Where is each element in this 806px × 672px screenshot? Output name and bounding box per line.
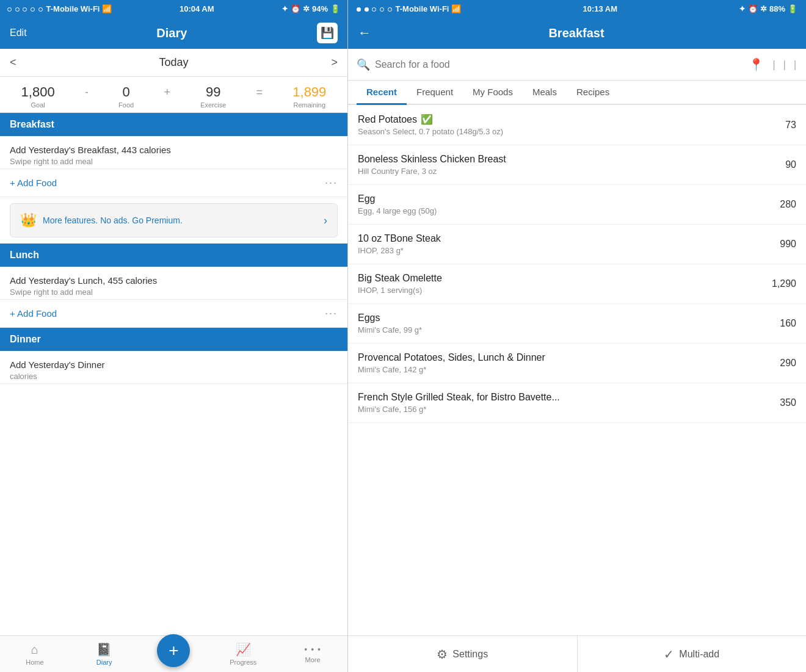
left-header: Edit Diary 💾 — [0, 17, 347, 49]
next-day-button[interactable]: > — [331, 56, 338, 69]
home-icon: ⌂ — [31, 643, 38, 657]
tab-myfoods[interactable]: My Foods — [463, 81, 523, 105]
current-date: Today — [159, 56, 188, 69]
search-bar: 🔍 📍 | | | — [348, 49, 806, 81]
settings-icon: ⚙ — [437, 647, 448, 662]
left-panel: T-Mobile Wi-Fi 📶 10:04 AM ✦ ⏰ ✲ 94% 🔋 Ed… — [0, 0, 348, 672]
food-info-6: Provencal Potatoes, Sides, Lunch & Dinne… — [358, 352, 769, 374]
lunch-add-food-button[interactable]: + Add Food — [10, 308, 57, 319]
breakfast-suggestion-title: Add Yesterday's Breakfast, 443 calories — [10, 145, 338, 155]
left-alarm-icon: ⏰ — [291, 4, 300, 13]
cal-remaining: 1,899 Remaining — [292, 84, 326, 109]
edit-button[interactable]: Edit — [10, 27, 27, 38]
left-bluetooth-icon: ✲ — [303, 4, 310, 13]
food-info-1: Boneless Skinless Chicken BreastHill Cou… — [358, 154, 769, 176]
date-navigation: < Today > — [0, 49, 347, 77]
food-cal-2: 280 — [769, 199, 796, 210]
search-input[interactable] — [375, 59, 744, 70]
crown-icon: 👑 — [20, 212, 37, 228]
food-item-4[interactable]: Big Steak OmeletteIHOP, 1 serving(s)1,29… — [348, 264, 806, 304]
settings-label: Settings — [452, 649, 488, 660]
lunch-more-button[interactable]: ··· — [325, 307, 338, 320]
food-item-6[interactable]: Provencal Potatoes, Sides, Lunch & Dinne… — [348, 344, 806, 383]
tab-progress[interactable]: 📈 Progress — [208, 636, 278, 672]
food-detail-2: Egg, 4 large egg (50g) — [358, 206, 769, 215]
food-value: 0 — [123, 84, 130, 100]
tab-progress-label: Progress — [230, 659, 256, 666]
left-battery-icon: 🔋 — [330, 4, 340, 13]
multiadd-button[interactable]: ✓Multi-add — [578, 636, 807, 672]
dinner-suggestion-title: Add Yesterday's Dinner — [10, 359, 338, 370]
right-status-bar: T-Mobile Wi-Fi 📶 10:13 AM ✦ ⏰ ✲ 88% 🔋 — [348, 0, 806, 17]
tab-diary-label: Diary — [96, 659, 112, 666]
tab-more-label: More — [305, 656, 321, 663]
right-location-icon: ✦ — [739, 4, 746, 13]
left-time: 10:04 AM — [180, 4, 214, 13]
food-item-7[interactable]: French Style Grilled Steak, for Bistro B… — [348, 383, 806, 423]
food-detail-4: IHOP, 1 serving(s) — [358, 286, 769, 295]
right-battery-pct: 88% — [769, 4, 785, 13]
right-carrier: T-Mobile Wi-Fi — [396, 4, 449, 13]
left-wifi-icon: 📶 — [102, 4, 112, 13]
multiadd-label: Multi-add — [679, 649, 719, 660]
progress-icon: 📈 — [236, 642, 251, 657]
food-item-0[interactable]: Red Potatoes✅Season's Select, 0.7 potato… — [348, 105, 806, 145]
food-detail-7: Mimi's Cafe, 156 g* — [358, 405, 769, 414]
food-item-1[interactable]: Boneless Skinless Chicken BreastHill Cou… — [348, 145, 806, 185]
food-list: Red Potatoes✅Season's Select, 0.7 potato… — [348, 105, 806, 635]
breakfast-add-food-row: + Add Food ··· — [0, 169, 347, 197]
remaining-value: 1,899 — [292, 84, 326, 100]
barcode-scan-icon[interactable]: | | | — [771, 59, 797, 70]
premium-left: 👑 More features. No ads. Go Premium. — [20, 212, 183, 228]
tab-diary[interactable]: 📓 Diary — [70, 636, 139, 672]
left-carrier: T-Mobile Wi-Fi — [46, 4, 100, 13]
food-cal-4: 1,290 — [769, 278, 796, 289]
food-item-2[interactable]: EggEgg, 4 large egg (50g)280 — [348, 185, 806, 225]
search-icon: 🔍 — [357, 58, 370, 71]
lunch-suggestion-title: Add Yesterday's Lunch, 455 calories — [10, 275, 338, 286]
food-cal-1: 90 — [769, 159, 796, 170]
left-battery-pct: 94% — [312, 4, 328, 13]
food-cal-7: 350 — [769, 397, 796, 408]
food-name-5: Eggs — [358, 313, 769, 323]
back-button[interactable]: ← — [358, 25, 371, 41]
right-status-right: ✦ ⏰ ✲ 88% 🔋 — [739, 4, 797, 13]
breakfast-suggestion: Add Yesterday's Breakfast, 443 calories … — [0, 136, 347, 169]
tab-add[interactable]: + — [139, 636, 209, 672]
food-item-3[interactable]: 10 oz TBone SteakIHOP, 283 g*990 — [348, 225, 806, 264]
save-diary-button[interactable]: 💾 — [317, 23, 338, 43]
tab-frequent[interactable]: Frequent — [407, 81, 463, 105]
right-header: ← Breakfast — [348, 17, 806, 49]
lunch-header: Lunch — [0, 244, 347, 267]
food-detail-5: Mimi's Cafe, 99 g* — [358, 325, 769, 334]
tab-home[interactable]: ⌂ Home — [0, 636, 70, 672]
dinner-header: Dinner — [0, 328, 347, 351]
fab-add-button[interactable]: + — [157, 634, 190, 667]
tab-recent[interactable]: Recent — [357, 81, 407, 105]
tab-more[interactable]: • • • More — [278, 636, 347, 672]
tab-meals[interactable]: Meals — [523, 81, 567, 105]
premium-arrow-icon: › — [324, 214, 327, 227]
food-cal-5: 160 — [769, 318, 796, 329]
food-info-5: EggsMimi's Cafe, 99 g* — [358, 313, 769, 334]
save-icon: 💾 — [321, 26, 334, 40]
left-status-right: ✦ ⏰ ✲ 94% 🔋 — [281, 4, 340, 13]
breakfast-add-food-button[interactable]: + Add Food — [10, 178, 57, 188]
food-tabs-row: RecentFrequentMy FoodsMealsRecipes — [348, 81, 806, 105]
food-label: Food — [118, 101, 134, 109]
breakfast-more-button[interactable]: ··· — [325, 176, 338, 189]
cal-exercise: 99 Exercise — [200, 84, 226, 109]
food-detail-0: Season's Select, 0.7 potato (148g/5.3 oz… — [358, 127, 769, 136]
search-right-icons: 📍 | | | — [749, 57, 797, 72]
verified-icon-0: ✅ — [421, 114, 433, 125]
premium-banner[interactable]: 👑 More features. No ads. Go Premium. › — [10, 203, 338, 237]
remaining-label: Remaining — [294, 101, 326, 109]
prev-day-button[interactable]: < — [10, 56, 16, 69]
exercise-value: 99 — [206, 84, 220, 100]
food-item-5[interactable]: EggsMimi's Cafe, 99 g*160 — [348, 304, 806, 344]
right-panel: T-Mobile Wi-Fi 📶 10:13 AM ✦ ⏰ ✲ 88% 🔋 ← … — [348, 0, 806, 672]
cal-food: 0 Food — [118, 84, 134, 109]
location-search-icon[interactable]: 📍 — [749, 57, 764, 72]
tab-recipes[interactable]: Recipes — [567, 81, 619, 105]
settings-button[interactable]: ⚙Settings — [348, 636, 578, 672]
